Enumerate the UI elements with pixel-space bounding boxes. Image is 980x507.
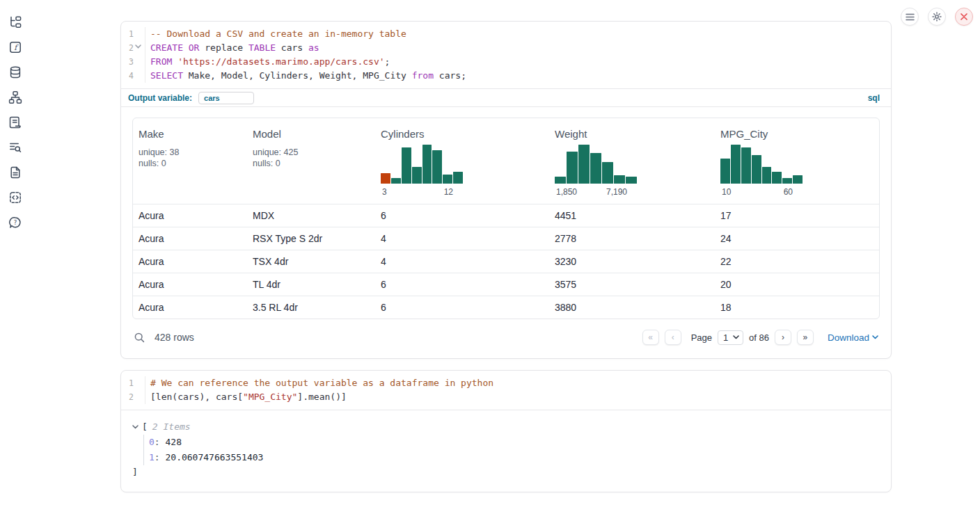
tree-root-row: [ 2 Items — [132, 420, 880, 434]
histogram-bar — [422, 145, 432, 184]
column-header: Weight1,8507,190 — [549, 128, 715, 197]
table-cell: 20 — [715, 279, 879, 290]
tree-entry-value: 428 — [165, 437, 181, 447]
code-text: [len(cars), cars["MPG_City"].mean()] — [145, 390, 347, 404]
code-token: # We can reference the output variable a… — [150, 378, 493, 388]
sidebar-item-file-explorer[interactable] — [8, 15, 23, 29]
page-select[interactable]: 1 — [718, 330, 743, 345]
column-histogram: 1,8507,190 — [555, 145, 637, 197]
table-cell: 22 — [715, 256, 879, 267]
histogram-bar — [391, 178, 401, 184]
table-row[interactable]: AcuraRSX Type S 2dr4277824 — [133, 227, 879, 250]
table-cell: 2778 — [549, 233, 715, 244]
database-icon — [8, 65, 22, 79]
table-cell: TL 4dr — [247, 279, 375, 290]
code-line[interactable]: 4SELECT Make, Model, Cylinders, Weight, … — [121, 69, 891, 83]
code-box-icon — [8, 191, 22, 204]
code-token: Make, Model, Cylinders, Weight, MPG_City — [183, 70, 412, 81]
shutdown-button[interactable] — [955, 8, 973, 26]
histogram-axis-labels: 1,8507,190 — [555, 187, 637, 197]
table-row[interactable]: Acura3.5 RL 4dr6388018 — [133, 296, 879, 319]
code-token: TABLE — [248, 42, 276, 53]
table-cell: Acura — [133, 233, 247, 244]
notebook-area: 1-- Download a CSV and create an in-memo… — [120, 21, 892, 492]
last-page-button[interactable]: » — [797, 330, 814, 345]
page-total-label: of 86 — [749, 332, 769, 343]
sql-code-editor[interactable]: 1-- Download a CSV and create an in-memo… — [121, 22, 891, 88]
fold-chevron-icon[interactable] — [135, 45, 143, 52]
histogram-bar — [453, 172, 463, 184]
download-button[interactable]: Download — [828, 332, 878, 343]
line-number: 2 — [121, 390, 145, 404]
chevron-down-icon — [733, 335, 739, 339]
code-line[interactable]: 1# We can reference the output variable … — [121, 376, 891, 390]
settings-button[interactable] — [928, 8, 946, 26]
code-line[interactable]: 2[len(cars), cars["MPG_City"].mean()] — [121, 390, 891, 404]
code-line[interactable]: 3FROM 'https://datasets.marimo.app/cars.… — [121, 55, 891, 69]
hist-min-label: 10 — [722, 187, 731, 197]
tree-entry-key: 0 — [149, 437, 155, 447]
tree-close-bracket: ] — [132, 465, 880, 479]
output-variable-input[interactable] — [198, 92, 254, 104]
tree-collapse-toggle[interactable] — [132, 425, 142, 429]
sql-cell: 1-- Download a CSV and create an in-memo… — [120, 21, 892, 359]
histogram-axis-labels: 1060 — [720, 187, 803, 197]
code-token: ; — [385, 56, 390, 67]
histogram-bars — [720, 145, 803, 184]
tree-entry-key: 1 — [149, 452, 155, 462]
code-token: "MPG_City" — [243, 392, 297, 402]
code-text: FROM 'https://datasets.marimo.app/cars.c… — [145, 55, 390, 69]
hist-max-label: 12 — [444, 187, 453, 197]
network-icon — [8, 90, 22, 104]
table-row[interactable]: AcuraTL 4dr6357520 — [133, 273, 879, 296]
stat-line: unique: 425 — [253, 147, 375, 158]
code-token: 'https://datasets.marimo.app/cars.csv' — [177, 56, 384, 67]
column-name-button[interactable]: Model — [253, 128, 281, 140]
next-page-button[interactable]: › — [775, 330, 791, 345]
sidebar-item-snippets[interactable] — [8, 191, 23, 204]
column-name-button[interactable]: Weight — [555, 128, 587, 140]
gear-icon — [932, 12, 942, 22]
python-code-editor[interactable]: 1# We can reference the output variable … — [121, 371, 891, 410]
prev-page-button[interactable]: ‹ — [665, 330, 681, 345]
hist-min-label: 1,850 — [556, 187, 577, 197]
table-cell: Acura — [133, 302, 247, 313]
hist-min-label: 3 — [382, 187, 387, 197]
sidebar-item-scratchpad[interactable] — [8, 115, 23, 129]
column-stats: unique: 425nulls: 0 — [253, 147, 375, 169]
menu-button[interactable] — [901, 8, 919, 26]
histogram-bar — [578, 145, 590, 184]
tree-open-bracket: [ — [142, 420, 148, 434]
code-line[interactable]: 2CREATE OR replace TABLE cars as — [121, 41, 891, 55]
table-cell: TSX 4dr — [247, 256, 375, 267]
sidebar-item-dependency-graph[interactable] — [8, 90, 23, 104]
first-page-button[interactable]: « — [642, 330, 659, 345]
column-header: Modelunique: 425nulls: 0 — [247, 128, 375, 197]
histogram-bars — [555, 145, 637, 184]
sidebar-item-documentation[interactable] — [8, 166, 23, 179]
sql-output-area: Makeunique: 38nulls: 0Modelunique: 425nu… — [121, 107, 891, 358]
sidebar-item-help[interactable]: ? — [8, 216, 23, 230]
data-table: Makeunique: 38nulls: 0Modelunique: 425nu… — [132, 118, 880, 319]
code-token: -- Download a CSV and create an in-memor… — [150, 29, 406, 39]
scroll-icon — [8, 115, 22, 129]
sidebar-item-logs[interactable] — [8, 140, 23, 154]
code-line[interactable]: 1-- Download a CSV and create an in-memo… — [121, 27, 891, 41]
table-body: AcuraMDX6445117AcuraRSX Type S 2dr427782… — [133, 204, 879, 319]
line-number: 4 — [121, 69, 145, 83]
sidebar-item-datasources[interactable] — [8, 65, 23, 79]
table-header: Makeunique: 38nulls: 0Modelunique: 425nu… — [133, 118, 879, 204]
column-name-button[interactable]: Cylinders — [381, 128, 425, 140]
svg-text:?: ? — [14, 219, 17, 226]
histogram-bar — [381, 173, 390, 184]
sidebar-item-variables[interactable]: f — [8, 40, 23, 54]
column-header: Makeunique: 38nulls: 0 — [133, 128, 247, 197]
table-search-button[interactable] — [134, 332, 145, 344]
table-row[interactable]: AcuraMDX6445117 — [133, 204, 879, 227]
column-name-button[interactable]: Make — [139, 128, 164, 140]
language-badge[interactable]: sql — [864, 92, 884, 104]
table-cell: 18 — [715, 302, 879, 313]
table-row[interactable]: AcuraTSX 4dr4323022 — [133, 250, 879, 273]
column-name-button[interactable]: MPG_City — [720, 128, 768, 140]
line-number: 3 — [121, 55, 145, 69]
